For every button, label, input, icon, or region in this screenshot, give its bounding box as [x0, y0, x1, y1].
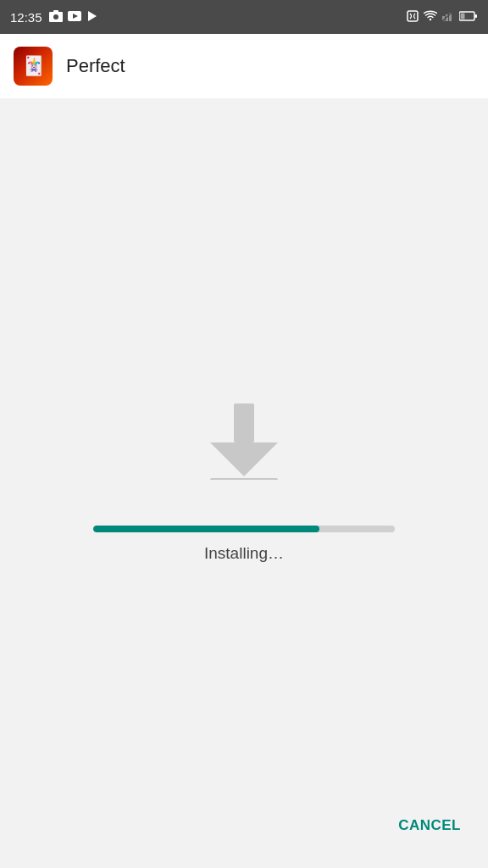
status-icons-left	[49, 10, 98, 25]
installing-text: Installing…	[204, 544, 284, 563]
status-bar: 12:35	[0, 0, 488, 34]
svg-rect-12	[461, 13, 465, 19]
download-icon	[202, 403, 286, 480]
app-bar: Perfect	[0, 34, 488, 98]
nfc-icon	[407, 10, 419, 25]
status-left: 12:35	[10, 10, 98, 25]
progress-bar-fill	[93, 526, 319, 532]
svg-rect-14	[234, 403, 254, 442]
signal-icon	[442, 10, 454, 24]
play-store-icon	[86, 10, 98, 25]
photo-icon	[49, 10, 63, 25]
progress-section: Installing…	[93, 526, 395, 563]
svg-marker-5	[88, 11, 97, 21]
progress-bar-container	[93, 526, 395, 532]
battery-icon	[459, 11, 478, 24]
svg-point-1	[53, 14, 58, 19]
svg-rect-13	[475, 14, 478, 18]
app-icon	[14, 47, 53, 86]
cancel-button[interactable]: CANCEL	[391, 807, 468, 844]
svg-marker-15	[210, 442, 278, 476]
svg-rect-6	[408, 11, 418, 21]
svg-rect-2	[53, 10, 58, 13]
wifi-icon	[424, 10, 437, 24]
svg-rect-16	[210, 478, 278, 480]
status-time: 12:35	[10, 10, 42, 25]
app-title: Perfect	[66, 55, 125, 77]
youtube-icon	[68, 11, 81, 24]
main-content: Installing… CANCEL	[0, 98, 488, 868]
status-icons-right	[407, 10, 478, 25]
download-icon-container	[202, 403, 286, 480]
